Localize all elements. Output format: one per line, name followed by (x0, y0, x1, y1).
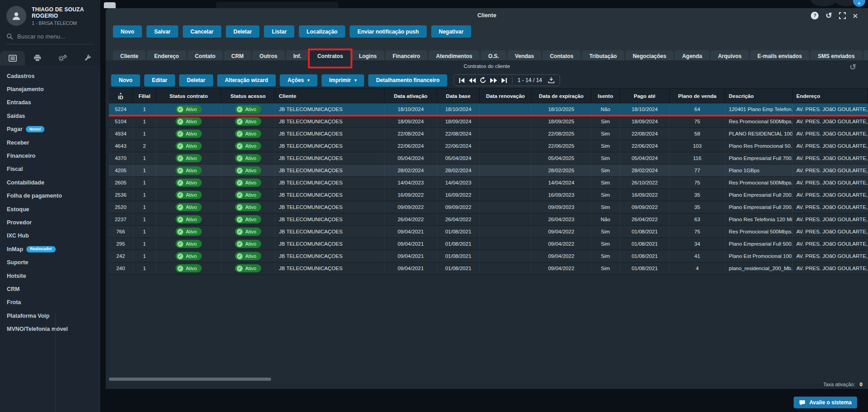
action-listar[interactable]: Listar (264, 25, 294, 38)
table-row[interactable]: 43701✓Ativo✓AtivoJB TELECOMUNICAÇOES05/0… (109, 152, 868, 165)
sidebar-item-receber[interactable]: Receber (0, 136, 100, 149)
table-row[interactable]: 25361✓Ativo✓AtivoJB TELECOMUNICAÇOES16/0… (109, 189, 868, 201)
table-row[interactable]: 46432✓Ativo✓AtivoJB TELECOMUNICAÇOES22/0… (109, 140, 868, 152)
help-icon[interactable]: ? (811, 12, 819, 19)
user-block[interactable]: THIAGO DE SOUZA ROGERIO 1 - BRISA TELECO… (0, 0, 100, 29)
horizontal-scrollbar[interactable] (109, 378, 271, 381)
refresh-icon[interactable] (480, 77, 486, 83)
action-cancelar[interactable]: Cancelar (183, 25, 221, 38)
sidebar-item-inmap[interactable]: InMapRealocado! (0, 242, 100, 256)
sidebar-item-label: Suporte (7, 259, 28, 266)
column-header-data-renova-o[interactable]: Data renovação (480, 89, 532, 103)
column-header-endere-o[interactable]: Endereço (793, 89, 868, 103)
sidebar-item-crm[interactable]: CRM (0, 282, 100, 296)
menu-search-input[interactable]: Buscar no menu... (6, 33, 94, 44)
menu-tab[interactable] (0, 51, 25, 65)
check-circle-icon: ✓ (177, 143, 183, 149)
table-row[interactable]: 42051✓Ativo✓AtivoJB TELECOMUNICAÇOES28/0… (109, 165, 868, 177)
table-row[interactable]: 7661✓Ativo✓AtivoJB TELECOMUNICAÇOES09/04… (109, 226, 868, 238)
check-circle-icon: ✓ (177, 192, 183, 198)
wrench-icon (84, 54, 91, 62)
column-header-status-contrato[interactable]: Status contrato (156, 89, 221, 103)
sidebar-item-ixc-hub[interactable]: IXC Hub (0, 229, 100, 242)
sidebar-item-provedor[interactable]: Provedor (0, 216, 100, 229)
table-row[interactable]: 26051✓Ativo✓AtivoJB TELECOMUNICAÇOES14/0… (109, 177, 868, 189)
sidebar-icon-tabs (0, 51, 100, 65)
sidebar-item-plataforma-voip[interactable]: Plataforma Voip (0, 309, 100, 322)
column-header-data-base[interactable]: Data base (437, 89, 480, 103)
close-icon[interactable]: × (853, 12, 858, 19)
action-salvar[interactable]: Salvar (146, 25, 178, 38)
toolbar-editar[interactable]: Editar (144, 74, 175, 87)
sidebar-item-fiscal[interactable]: Fiscal (0, 163, 100, 176)
next-page-icon[interactable] (490, 78, 497, 83)
action-localiza-o[interactable]: Localização (299, 25, 345, 38)
status-badge: ✓Ativo (235, 203, 261, 211)
toolbar-imprimir[interactable]: Imprimir▾ (322, 74, 365, 87)
column-header-data-de-expira-o[interactable]: Data de expiração (532, 89, 591, 103)
action-deletar[interactable]: Deletar (226, 25, 260, 38)
sidebar-item-entradas[interactable]: Entradas (0, 96, 100, 109)
table-row[interactable]: 22371✓Ativo✓AtivoJB TELECOMUNICAÇOES26/0… (109, 213, 868, 226)
sidebar-item-planejamento[interactable]: Planejamento (0, 82, 100, 96)
settings-tab[interactable] (50, 51, 75, 65)
table-row[interactable]: 52241✓Ativo✓AtivoJB TELECOMUNICAÇOES18/1… (109, 103, 868, 116)
column-header-id[interactable]: ▲ID (109, 89, 133, 103)
sidebar-item-folha-de-pagamento[interactable]: Folha de pagamento (0, 189, 100, 203)
table-row[interactable]: 49341✓Ativo✓AtivoJB TELECOMUNICAÇOES22/0… (109, 128, 868, 140)
column-header-pago-at[interactable]: Pago até (620, 89, 670, 103)
last-page-icon[interactable] (501, 78, 507, 83)
sidebar-item-sa-das[interactable]: Saídas (0, 109, 100, 122)
sidebar-item-hotsite[interactable]: Hotsite (0, 269, 100, 282)
sidebar-item-label: Folha de pagamento (7, 193, 62, 199)
tools-tab[interactable] (75, 51, 100, 65)
column-header-filial[interactable]: Filial (133, 89, 156, 103)
cliente-window: Cliente ? ↺ × NovoSalvarCancelarDeletarL… (106, 8, 868, 389)
check-circle-icon: ✓ (177, 119, 183, 125)
sidebar-item-label: Contabilidade (7, 179, 44, 186)
column-header-descri-o[interactable]: Descrição (725, 89, 793, 103)
action-novo[interactable]: Novo (113, 25, 142, 38)
sidebar-item-estoque[interactable]: Estoque (0, 203, 100, 216)
table-row[interactable]: 2401✓Ativo✓AtivoJB TELECOMUNICAÇOES09/04… (109, 262, 868, 275)
sidebar-item-financeiro[interactable]: Financeiro (0, 149, 100, 162)
first-page-icon[interactable] (459, 78, 465, 83)
check-circle-icon: ✓ (177, 217, 183, 223)
print-tab[interactable] (25, 51, 50, 65)
sidebar-item-mvno-telefonia-m-vel[interactable]: MVNO/Telefonia móvel (0, 322, 100, 335)
toolbar-novo[interactable]: Novo (111, 74, 140, 87)
sidebar-item-contabilidade[interactable]: Contabilidade (0, 176, 100, 189)
window-mini-tab[interactable] (104, 2, 116, 8)
sidebar-item-label: CRM (7, 286, 20, 292)
column-header-plano-de-venda[interactable]: Plano de venda (670, 89, 725, 103)
toolbar-deletar[interactable]: Deletar (179, 74, 213, 87)
column-header-cliente[interactable]: Cliente (275, 89, 385, 103)
table-row[interactable]: 25201✓Ativo✓AtivoJB TELECOMUNICAÇOES09/0… (109, 201, 868, 213)
table-row[interactable]: 2951✓Ativo✓AtivoJB TELECOMUNICAÇOES09/04… (109, 238, 868, 250)
sidebar-item-frota[interactable]: Frota (0, 296, 100, 309)
sidebar-item-cadastros[interactable]: Cadastros (0, 69, 100, 82)
check-circle-icon: ✓ (177, 204, 183, 210)
sidebar-item-pagar[interactable]: PagarNovo! (0, 123, 100, 136)
rate-system-button[interactable]: Avalie o sistema (794, 397, 857, 408)
status-badge: ✓Ativo (176, 264, 202, 272)
previous-page-icon[interactable] (469, 78, 476, 83)
toolbar-detalhamento-financeiro[interactable]: Detalhamento financeiro (368, 74, 447, 87)
column-header-data-ativa-o[interactable]: Data ativação (385, 89, 437, 103)
toolbar-a-es[interactable]: Ações▾ (280, 74, 317, 87)
column-header-isento[interactable]: Isento (591, 89, 620, 103)
action-enviar-notifica-o-push[interactable]: Enviar notificação push (350, 25, 426, 38)
sidebar-item-suporte[interactable]: Suporte (0, 256, 100, 269)
download-icon[interactable] (548, 77, 555, 83)
fullscreen-icon[interactable] (839, 12, 846, 19)
table-row[interactable]: 51041✓Ativo✓AtivoJB TELECOMUNICAÇOES18/0… (109, 116, 868, 128)
action-negativar[interactable]: Negativar (431, 25, 472, 38)
column-header-status-acesso[interactable]: Status acesso (221, 89, 275, 103)
assistant-fab-partial[interactable]: + (853, 0, 865, 7)
history-icon[interactable]: ↺ (825, 12, 832, 19)
status-badge: ✓Ativo (176, 105, 202, 113)
table-row[interactable]: 2421✓Ativo✓AtivoJB TELECOMUNICAÇOES09/04… (109, 250, 868, 262)
toolbar-altera-o-wizard[interactable]: Alteração wizard (217, 74, 276, 87)
status-badge: ✓Ativo (235, 142, 261, 150)
grid-history-icon[interactable]: ↺ (849, 62, 856, 72)
